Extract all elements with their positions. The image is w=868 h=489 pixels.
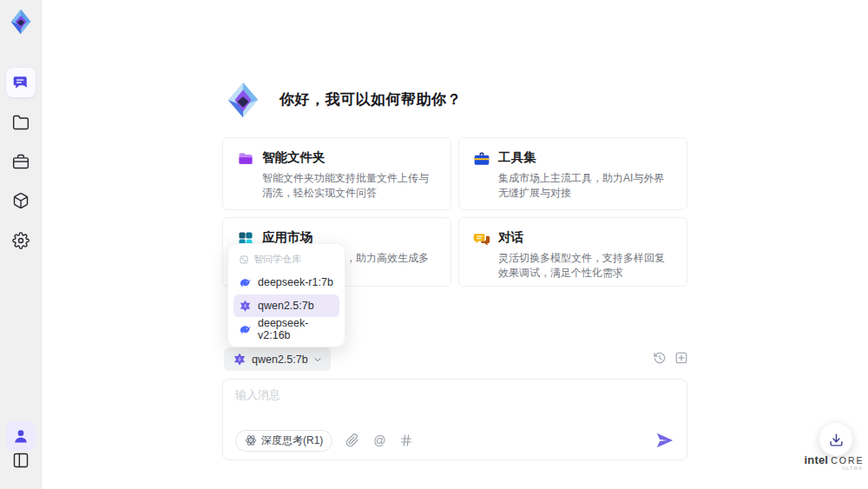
model-option-deepseek-v2[interactable]: deepseek-v2:16b: [233, 318, 339, 340]
chat-bubble-icon: [12, 74, 30, 91]
card-desc: 集成市场上主流工具，助力AI与外界无缝扩展与对接: [498, 171, 673, 201]
history-icon[interactable]: [653, 351, 667, 365]
at-icon: @: [373, 433, 385, 447]
model-selector-value: qwen2.5:7b: [252, 354, 308, 366]
card-desc: 智能文件夹功能支持批量文件上传与清洗，轻松实现文件问答: [262, 171, 437, 201]
model-option-qwen[interactable]: qwen2.5:7b: [233, 294, 339, 317]
prompt-library-button[interactable]: [399, 433, 413, 447]
briefcase-blue-icon: [473, 150, 490, 168]
sidebar-item-panel-toggle[interactable]: [6, 446, 36, 475]
deepseek-icon: [239, 323, 252, 336]
mention-button[interactable]: @: [372, 433, 386, 447]
sidebar-item-apps[interactable]: [6, 186, 36, 215]
gear-icon: [12, 232, 30, 249]
model-dropdown: 智问学仓库 deepseek-r1:7b qwen2.5:7b deepseek…: [227, 243, 345, 347]
model-option-deepseek-r1[interactable]: deepseek-r1:7b: [233, 271, 339, 294]
core-text: CORE: [831, 455, 864, 466]
sidebar-item-chat[interactable]: [6, 68, 36, 97]
card-title: 对话: [498, 229, 673, 246]
hash-icon: [399, 433, 413, 447]
atom-icon: [245, 434, 257, 446]
panel-icon: [12, 452, 30, 469]
composer-toolbar: 深度思考(R1) @: [235, 429, 674, 452]
sidebar-item-toolset[interactable]: [6, 147, 36, 176]
attach-file-button[interactable]: [345, 433, 359, 447]
message-input[interactable]: [235, 387, 617, 424]
chevron-down-icon: [313, 355, 322, 364]
card-title: 智能文件夹: [262, 149, 437, 166]
sidebar-item-settings[interactable]: [6, 226, 36, 255]
intel-logo-text: intel: [804, 453, 828, 466]
model-dropdown-header: 智问学仓库: [228, 249, 345, 270]
message-composer: 深度思考(R1) @: [222, 379, 687, 460]
new-chat-icon[interactable]: [674, 351, 688, 365]
app-logo-icon: [6, 7, 36, 36]
qwen-icon: [239, 300, 252, 313]
paperclip-icon: [345, 433, 359, 447]
cube-icon: [12, 192, 30, 209]
sidebar-item-folders[interactable]: [6, 108, 36, 137]
qwen-icon: [233, 353, 247, 367]
send-button[interactable]: [655, 431, 674, 450]
greeting-logo-icon: [223, 80, 263, 120]
deepseek-icon: [239, 276, 252, 289]
folder-icon: [12, 114, 30, 131]
page-title: 你好，我可以如何帮助你？: [279, 80, 462, 120]
deep-think-button[interactable]: 深度思考(R1): [235, 430, 332, 452]
download-button[interactable]: [819, 423, 852, 456]
card-desc: 灵活切换多模型文件，支持多样回复效果调试，满足个性化需求: [498, 251, 673, 281]
sidebar: [0, 0, 42, 489]
card-smart-folder[interactable]: 智能文件夹 智能文件夹功能支持批量文件上传与清洗，轻松实现文件问答: [222, 137, 451, 210]
card-conversation[interactable]: 对话 灵活切换多模型文件，支持多样回复效果调试，满足个性化需求: [458, 217, 687, 287]
folder-purple-icon: [237, 150, 254, 168]
chat-actions: [653, 351, 688, 365]
intel-core-badge: intel CORE ultra: [804, 453, 865, 471]
model-selector[interactable]: qwen2.5:7b: [224, 347, 331, 371]
card-title: 工具集: [498, 149, 673, 166]
repo-icon: [239, 254, 249, 265]
chat-yellow-icon: [473, 230, 490, 248]
user-icon: [12, 427, 30, 445]
card-toolset[interactable]: 工具集 集成市场上主流工具，助力AI与外界无缝扩展与对接: [458, 137, 687, 210]
download-icon: [829, 433, 844, 447]
briefcase-icon: [12, 153, 30, 170]
